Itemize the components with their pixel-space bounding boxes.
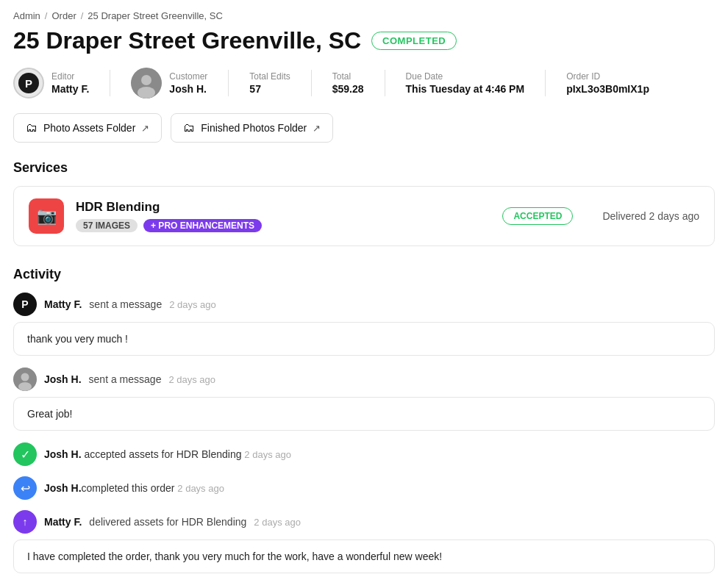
due-date-label: Due Date: [406, 71, 525, 82]
order-id-value: pIxL3o3B0mIX1p: [566, 83, 649, 95]
activity-item-4: ↩ Josh H.completed this order 2 days ago: [13, 476, 715, 500]
title-row: 25 Draper Street Greenville, SC COMPLETE…: [13, 27, 715, 54]
customer-avatar: [131, 68, 162, 98]
meta-divider-1: [110, 70, 110, 96]
finished-photos-label: Finished Photos Folder: [201, 122, 307, 134]
service-info: HDR Blending 57 IMAGES + PRO ENHANCEMENT…: [76, 200, 262, 232]
total-edits-label: Total Edits: [249, 71, 290, 82]
event-actor-3: Josh H.: [44, 448, 82, 460]
customer-meta: Customer Josh H.: [169, 71, 207, 95]
external-link-icon-1: ↗: [141, 123, 149, 134]
breadcrumb-sep-2: /: [81, 10, 84, 21]
activity-item-3: ✓ Josh H. accepted assets for HDR Blendi…: [13, 442, 715, 466]
external-link-icon-2: ↗: [313, 123, 321, 134]
meta-divider-2: [228, 70, 229, 96]
activity-event-text-4: Josh H.completed this order 2 days ago: [44, 482, 224, 494]
status-badge: COMPLETED: [371, 32, 457, 50]
due-date-meta: Due Date This Tuesday at 4:46 PM: [406, 71, 525, 95]
activity-list: P Matty F. sent a message 2 days ago tha…: [13, 293, 715, 585]
breadcrumb-sep-1: /: [45, 10, 48, 21]
total-edits-value: 57: [249, 83, 290, 95]
activity-bubble-5: I have completed the order, thank you ve…: [13, 539, 715, 573]
folder-icon-2: 🗂: [183, 121, 195, 135]
editor-block: P Editor Matty F.: [13, 68, 89, 98]
event-action-3: accepted assets for HDR Blending: [82, 448, 242, 460]
breadcrumb-current: 25 Draper Street Greenville, SC: [88, 10, 223, 21]
editor-label: Editor: [51, 71, 89, 82]
activity-item-5: ↑ Matty F. delivered assets for HDR Blen…: [13, 510, 715, 573]
breadcrumb-admin[interactable]: Admin: [13, 10, 40, 21]
completed-event-icon: ↩: [13, 476, 37, 500]
tag-images: 57 IMAGES: [76, 219, 138, 232]
editor-name: Matty F.: [51, 83, 89, 95]
customer-name: Josh H.: [169, 83, 207, 95]
accepted-event-icon: ✓: [13, 442, 37, 466]
page-container: Admin / Order / 25 Draper Street Greenvi…: [0, 0, 728, 588]
total-edits-meta: Total Edits 57: [249, 71, 290, 95]
total-label: Total: [332, 71, 364, 82]
service-delivered: Delivered 2 days ago: [602, 210, 699, 222]
customer-label: Customer: [169, 71, 207, 82]
activity-time-2: 2 days ago: [168, 374, 215, 385]
editor-avatar: P: [13, 68, 44, 98]
svg-point-3: [141, 75, 151, 85]
activity-bubble-2: Great job!: [13, 397, 715, 431]
finished-photos-folder-button[interactable]: 🗂 Finished Photos Folder ↗: [171, 113, 333, 143]
activity-time-1: 2 days ago: [169, 299, 216, 310]
activity-item-1: P Matty F. sent a message 2 days ago tha…: [13, 293, 715, 356]
svg-point-4: [138, 87, 155, 98]
photo-assets-label: Photo Assets Folder: [43, 122, 135, 134]
services-heading: Services: [13, 160, 715, 176]
activity-time-5: 2 days ago: [254, 517, 301, 528]
page-title: 25 Draper Street Greenville, SC: [13, 27, 361, 54]
meta-divider-5: [545, 70, 546, 96]
editor-meta: Editor Matty F.: [51, 71, 89, 95]
activity-actor-row-2: Josh H. sent a message 2 days ago: [13, 368, 715, 391]
activity-action-1: sent a message: [89, 298, 162, 310]
activity-action-5: delivered assets for HDR Blending: [89, 516, 246, 528]
activity-bubble-1: thank you very much !: [13, 322, 715, 356]
service-icon-box: 📷: [29, 198, 64, 234]
breadcrumb-order[interactable]: Order: [51, 10, 76, 21]
meta-divider-4: [385, 70, 385, 96]
activity-actor-name-2: Josh H.: [44, 373, 82, 385]
breadcrumb: Admin / Order / 25 Draper Street Greenvi…: [13, 10, 715, 21]
meta-row: P Editor Matty F. Customer Josh H.: [13, 68, 715, 98]
total-value: $59.28: [332, 83, 364, 95]
photo-assets-folder-button[interactable]: 🗂 Photo Assets Folder ↗: [13, 113, 162, 143]
total-meta: Total $59.28: [332, 71, 364, 95]
service-name: HDR Blending: [76, 200, 262, 215]
activity-actor-name-1: Matty F.: [44, 298, 82, 310]
activity-actor-name-5: Matty F.: [44, 516, 82, 528]
activity-heading: Activity: [13, 267, 715, 282]
delivered-event-icon: ↑: [13, 510, 37, 534]
event-actor-4: Josh H.: [44, 482, 82, 494]
folder-row: 🗂 Photo Assets Folder ↗ 🗂 Finished Photo…: [13, 113, 715, 143]
order-id-meta: Order ID pIxL3o3B0mIX1p: [566, 71, 649, 95]
order-id-label: Order ID: [566, 71, 649, 82]
activity-item-2: Josh H. sent a message 2 days ago Great …: [13, 368, 715, 431]
activity-actor-row-5: ↑ Matty F. delivered assets for HDR Blen…: [13, 510, 715, 534]
due-date-value: This Tuesday at 4:46 PM: [406, 83, 525, 95]
svg-point-6: [21, 373, 29, 381]
svg-point-7: [18, 382, 32, 391]
activity-event-text-3: Josh H. accepted assets for HDR Blending…: [44, 448, 291, 460]
activity-actor-row-1: P Matty F. sent a message 2 days ago: [13, 293, 715, 316]
event-action-4: completed this order: [82, 482, 175, 494]
activity-action-2: sent a message: [89, 373, 162, 385]
josh-avatar-1: [13, 368, 37, 391]
service-icon: 📷: [37, 207, 57, 226]
matty-avatar-1: P: [13, 293, 37, 316]
activity-time-4: 2 days ago: [177, 483, 224, 494]
activity-time-3: 2 days ago: [244, 449, 291, 460]
customer-block: Customer Josh H.: [131, 68, 207, 98]
tag-pro: + PRO ENHANCEMENTS: [143, 219, 262, 232]
service-status-badge: ACCEPTED: [502, 207, 573, 225]
svg-text:P: P: [25, 77, 32, 90]
service-card: 📷 HDR Blending 57 IMAGES + PRO ENHANCEME…: [13, 186, 715, 246]
folder-icon-1: 🗂: [26, 121, 38, 135]
meta-divider-3: [311, 70, 312, 96]
service-tags: 57 IMAGES + PRO ENHANCEMENTS: [76, 219, 262, 232]
